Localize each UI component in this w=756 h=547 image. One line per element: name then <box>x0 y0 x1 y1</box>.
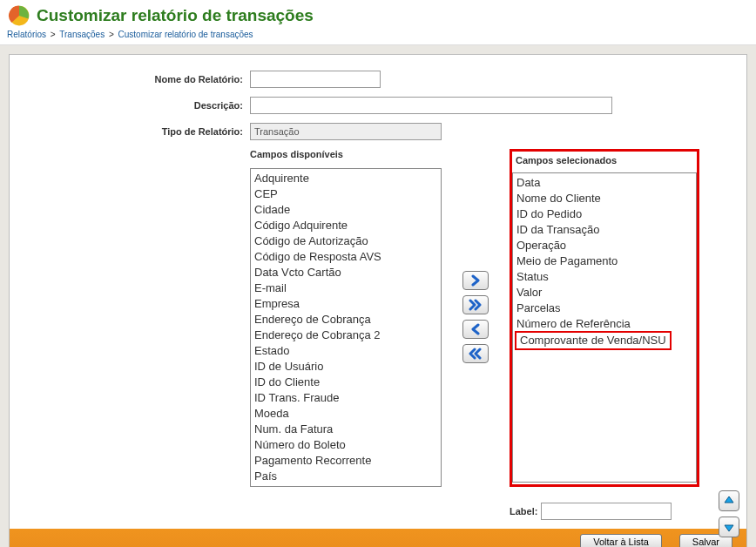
selected-highlight-box: Campos selecionados DataNome do ClienteI… <box>510 149 699 487</box>
header-bar: Customizar relatório de transações Relat… <box>0 0 756 45</box>
list-item[interactable]: Código de Resposta AVS <box>251 249 441 265</box>
breadcrumb-item[interactable]: Transações <box>59 30 105 39</box>
report-type-input <box>250 123 442 140</box>
report-name-input[interactable] <box>250 71 381 88</box>
list-item[interactable]: Código Adquirente <box>251 218 441 233</box>
breadcrumb: Relatórios > Transações > Customizar rel… <box>7 30 749 39</box>
list-item[interactable]: Valor <box>513 285 696 301</box>
move-down-button[interactable] <box>719 517 739 537</box>
order-buttons <box>719 490 739 537</box>
label-report-type: Tipo de Relatório: <box>10 126 250 137</box>
available-listbox-wrap: AdquirenteCEPCidadeCódigo AdquirenteCódi… <box>250 168 442 487</box>
list-item[interactable]: ID Trans. Fraude <box>251 390 441 406</box>
list-item[interactable]: Nome do Cliente <box>513 191 696 206</box>
add-button[interactable] <box>462 271 489 290</box>
list-item[interactable]: Código de Autorização <box>251 233 441 249</box>
available-listbox[interactable]: AdquirenteCEPCidadeCódigo AdquirenteCódi… <box>251 169 441 486</box>
description-input[interactable] <box>250 97 612 114</box>
list-item[interactable]: ID do Cliente <box>251 375 441 390</box>
row-report-name: Nome do Relatório: <box>10 71 746 88</box>
available-label: Campos disponíveis <box>250 149 442 159</box>
add-all-button[interactable] <box>462 295 489 314</box>
move-up-button[interactable] <box>719 490 739 511</box>
list-item[interactable]: Cidade <box>251 202 441 218</box>
breadcrumb-sep: > <box>51 30 56 39</box>
row-description: Descrição: <box>10 97 746 114</box>
list-item[interactable]: Comprovante de Venda/NSU <box>515 331 672 350</box>
list-item[interactable]: Número do Boleto <box>251 437 441 453</box>
list-item[interactable]: Moeda <box>251 406 441 422</box>
list-item[interactable]: ID do Pedido <box>513 206 696 222</box>
list-item[interactable]: Endereço de Cobrança <box>251 312 441 328</box>
list-item[interactable]: Adquirente <box>251 171 441 186</box>
label-field-input[interactable] <box>541 503 672 520</box>
list-item[interactable]: ID da Transação <box>513 222 696 238</box>
breadcrumb-item[interactable]: Relatórios <box>7 30 46 39</box>
columns-wrap: Campos disponíveis AdquirenteCEPCidadeCó… <box>10 149 746 487</box>
selected-label: Campos selecionados <box>516 155 617 165</box>
pie-chart-icon <box>7 3 31 28</box>
list-item[interactable]: E-mail <box>251 280 441 296</box>
list-item[interactable]: Num. da Fatura <box>251 422 441 437</box>
row-report-type: Tipo de Relatório: <box>10 123 746 140</box>
list-item[interactable]: Número de Referência <box>513 316 696 332</box>
list-item[interactable]: Meio de Pagamento <box>513 253 696 269</box>
list-item[interactable]: Status <box>513 269 696 285</box>
list-item[interactable]: Empresa <box>251 296 441 312</box>
label-description: Descrição: <box>10 100 250 111</box>
title-row: Customizar relatório de transações <box>7 3 749 28</box>
label-field-label: Label: <box>510 506 537 517</box>
list-item[interactable]: Endereço de Cobrança 2 <box>251 328 441 343</box>
list-item[interactable]: Parcelas <box>513 301 696 316</box>
list-item[interactable]: Pagamento Recorrente <box>251 453 441 469</box>
back-to-list-button[interactable]: Voltar à Lista <box>580 534 662 547</box>
remove-button[interactable] <box>462 320 489 339</box>
list-item[interactable]: ID de Usuário <box>251 359 441 375</box>
breadcrumb-item: Customizar relatório de transações <box>118 30 253 39</box>
transfer-buttons <box>462 271 489 363</box>
selected-block: Campos selecionados DataNome do ClienteI… <box>510 149 699 487</box>
label-row: Label: <box>10 503 746 520</box>
footer-bar: Voltar à Lista Salvar <box>10 529 746 547</box>
page-title: Customizar relatório de transações <box>37 6 314 25</box>
list-item[interactable]: Data Vcto Cartão <box>251 265 441 280</box>
list-item[interactable]: Estado <box>251 343 441 359</box>
remove-all-button[interactable] <box>462 344 489 363</box>
list-item[interactable]: Operação <box>513 238 696 253</box>
breadcrumb-sep: > <box>109 30 114 39</box>
label-report-name: Nome do Relatório: <box>10 74 250 84</box>
main-area: Nome do Relatório: Descrição: Tipo de Re… <box>0 45 756 547</box>
selected-listbox[interactable]: DataNome do ClienteID do PedidoID da Tra… <box>512 172 697 483</box>
list-item[interactable]: País <box>251 469 441 484</box>
list-item[interactable]: CEP <box>251 186 441 202</box>
form-panel: Nome do Relatório: Descrição: Tipo de Re… <box>9 54 747 547</box>
list-item[interactable]: Data <box>513 175 696 191</box>
available-block: Campos disponíveis AdquirenteCEPCidadeCó… <box>250 149 442 487</box>
